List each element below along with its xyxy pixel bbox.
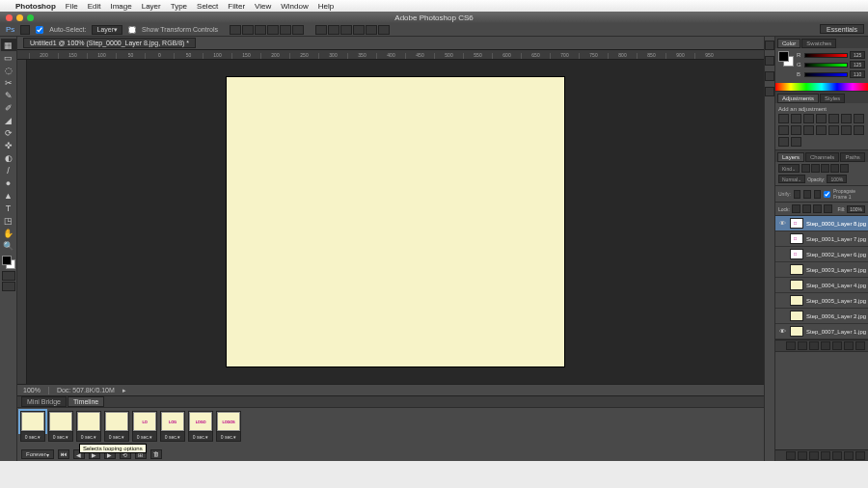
adjustment-icon[interactable] bbox=[828, 114, 839, 123]
dock-button[interactable] bbox=[821, 451, 830, 460]
tool-button[interactable]: ✐ bbox=[1, 101, 16, 114]
filter-btn[interactable] bbox=[830, 164, 839, 173]
align-btn[interactable] bbox=[255, 25, 266, 35]
timeline-frame[interactable]: LOGOS0 sec.▾ bbox=[216, 411, 241, 442]
tool-button[interactable]: ◢ bbox=[1, 114, 16, 126]
lock-btn[interactable] bbox=[792, 204, 800, 213]
menu-select[interactable]: Select bbox=[197, 2, 218, 11]
layer-row[interactable]: Step_0003_Layer 5.jpg bbox=[775, 262, 868, 278]
zoom-level[interactable]: 100% bbox=[23, 387, 41, 393]
delete-layer-button[interactable] bbox=[855, 341, 865, 350]
tool-button[interactable]: ✂ bbox=[1, 76, 16, 89]
blend-mode-dropdown[interactable]: Normal ⌄ bbox=[778, 175, 805, 183]
layer-row[interactable]: Step_0005_Layer 3.jpg bbox=[775, 293, 868, 309]
layer-thumbnail[interactable] bbox=[790, 249, 803, 259]
propagate-checkbox[interactable] bbox=[824, 191, 830, 198]
frame-thumbnail[interactable]: LOGOS bbox=[216, 411, 241, 432]
layer-name[interactable]: Step_0003_Layer 5.jpg bbox=[806, 267, 866, 273]
tool-button[interactable]: ▭ bbox=[1, 51, 16, 64]
canvas-area[interactable] bbox=[27, 60, 764, 384]
layer-style-button[interactable] bbox=[798, 341, 807, 350]
layer-name[interactable]: Step_0001_Layer 7.jpg bbox=[806, 236, 866, 242]
tool-button[interactable]: ◌ bbox=[1, 64, 16, 76]
b-slider[interactable] bbox=[804, 72, 848, 77]
layer-row[interactable]: Step_0004_Layer 4.jpg bbox=[775, 278, 868, 293]
layer-row[interactable]: Step_0001_Layer 7.jpg bbox=[775, 231, 868, 247]
timeline-frame[interactable]: LOG0 sec.▾ bbox=[160, 411, 185, 442]
tool-button[interactable]: / bbox=[1, 164, 16, 176]
filter-btn[interactable] bbox=[811, 164, 820, 173]
tab-timeline[interactable]: Timeline bbox=[68, 396, 104, 407]
group-button[interactable] bbox=[832, 341, 842, 350]
visibility-toggle[interactable] bbox=[777, 265, 787, 275]
frame-duration[interactable]: 0 sec.▾ bbox=[104, 432, 129, 442]
visibility-toggle[interactable]: 👁 bbox=[777, 219, 787, 229]
adjustment-icon[interactable] bbox=[791, 125, 801, 135]
tool-button[interactable]: T bbox=[1, 202, 16, 214]
quick-mask-button[interactable] bbox=[2, 271, 15, 281]
layer-row[interactable]: Step_0002_Layer 6.jpg bbox=[775, 247, 868, 262]
menu-app[interactable]: Photoshop bbox=[15, 2, 56, 11]
tab-color[interactable]: Color bbox=[777, 39, 800, 48]
layer-thumbnail[interactable] bbox=[790, 280, 803, 290]
color-swatch-pair[interactable] bbox=[778, 51, 794, 67]
lock-btn[interactable] bbox=[824, 204, 832, 213]
layer-name[interactable]: Step_0004_Layer 4.jpg bbox=[806, 283, 866, 288]
menu-help[interactable]: Help bbox=[318, 2, 334, 11]
auto-select-mode-dropdown[interactable]: Layer ▾ bbox=[92, 25, 122, 35]
tab-mini-bridge[interactable]: Mini Bridge bbox=[21, 396, 67, 407]
g-slider[interactable] bbox=[804, 63, 848, 68]
adjustment-icon[interactable] bbox=[803, 114, 814, 123]
ruler-vertical[interactable] bbox=[17, 60, 27, 384]
adjustment-icon[interactable] bbox=[816, 114, 827, 123]
screen-mode-button[interactable] bbox=[2, 282, 15, 291]
adjustment-icon[interactable] bbox=[841, 114, 852, 123]
menu-type[interactable]: Type bbox=[171, 2, 187, 11]
layer-thumbnail[interactable] bbox=[790, 311, 803, 321]
frame-duration[interactable]: 0 sec.▾ bbox=[48, 432, 73, 442]
layer-mask-button[interactable] bbox=[809, 341, 819, 350]
visibility-toggle[interactable] bbox=[777, 312, 787, 321]
doc-size[interactable]: Doc: 507.8K/0.10M bbox=[57, 387, 115, 393]
adjustment-icon[interactable] bbox=[803, 125, 814, 135]
delete-frame-button[interactable]: 🗑 bbox=[150, 449, 162, 459]
frame-thumbnail[interactable] bbox=[20, 411, 45, 432]
dist-btn[interactable] bbox=[378, 25, 390, 35]
filter-btn[interactable] bbox=[840, 164, 849, 173]
adjustment-icon[interactable] bbox=[778, 125, 789, 135]
layer-thumbnail[interactable] bbox=[790, 295, 803, 306]
tab-styles[interactable]: Styles bbox=[820, 94, 845, 103]
frame-duration[interactable]: 0 sec.▾ bbox=[76, 432, 101, 442]
dist-btn[interactable] bbox=[366, 25, 377, 35]
adjustment-icon[interactable] bbox=[828, 125, 839, 135]
chevron-right-icon[interactable]: ▸ bbox=[122, 387, 126, 394]
first-frame-button[interactable]: ⏮ bbox=[58, 449, 69, 459]
menu-window[interactable]: Window bbox=[281, 2, 308, 11]
timeline-frame[interactable]: LOGO0 sec.▾ bbox=[188, 411, 213, 442]
dock-button[interactable] bbox=[809, 451, 819, 460]
menu-file[interactable]: File bbox=[66, 2, 78, 11]
dock-button[interactable] bbox=[844, 451, 854, 460]
unify-visibility-button[interactable] bbox=[803, 190, 810, 199]
menu-layer[interactable]: Layer bbox=[142, 2, 161, 11]
dock-button[interactable] bbox=[855, 451, 865, 460]
ruler-horizontal[interactable]: 2001501005005010015020025030035040045050… bbox=[17, 50, 764, 60]
layer-name[interactable]: Step_0002_Layer 6.jpg bbox=[806, 252, 866, 258]
layer-row[interactable]: 👁Step_0000_Layer 8.jpg bbox=[775, 216, 868, 231]
timeline-frame[interactable]: LO0 sec.▾ bbox=[132, 411, 157, 442]
filter-btn[interactable] bbox=[801, 164, 810, 173]
unify-style-button[interactable] bbox=[814, 190, 821, 199]
adjustment-layer-button[interactable] bbox=[821, 341, 830, 350]
adjustment-icon[interactable] bbox=[778, 137, 789, 147]
color-spectrum[interactable] bbox=[775, 83, 868, 91]
tool-button[interactable]: ◳ bbox=[1, 214, 16, 227]
dist-btn[interactable] bbox=[340, 25, 352, 35]
adjustment-icon[interactable] bbox=[854, 114, 864, 123]
link-layers-button[interactable] bbox=[786, 341, 796, 350]
frame-duration[interactable]: 0 sec.▾ bbox=[160, 432, 185, 442]
frame-thumbnail[interactable]: LOG bbox=[160, 411, 185, 432]
dock-button[interactable] bbox=[832, 451, 842, 460]
adjustment-icon[interactable] bbox=[791, 114, 801, 123]
ps-logo-icon[interactable]: Ps bbox=[6, 25, 14, 34]
adjustment-icon[interactable] bbox=[778, 114, 789, 123]
